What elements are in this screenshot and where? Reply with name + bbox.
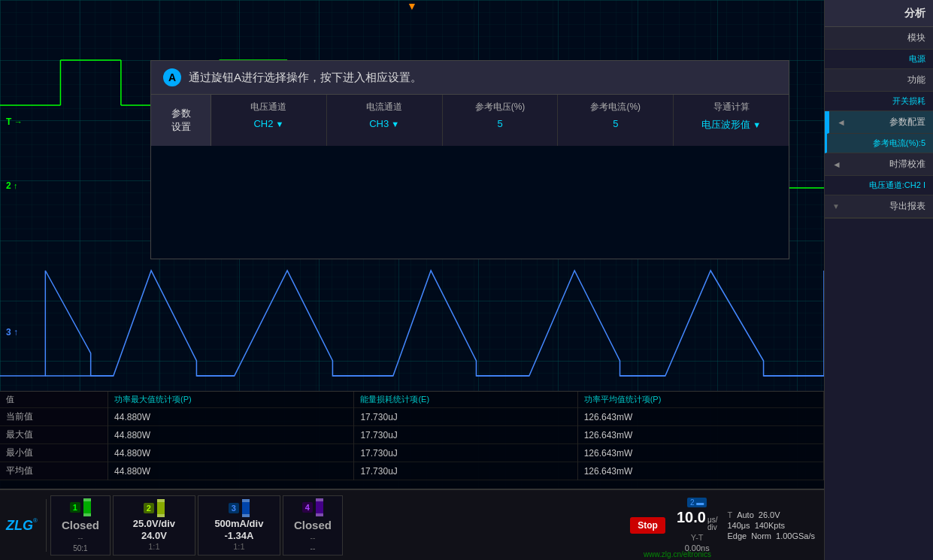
- norm-label: Norm: [751, 531, 771, 540]
- ch3-color-line-2: [242, 514, 250, 517]
- sidebar-export-title: 导出报表: [840, 200, 925, 213]
- param-current-ch-value[interactable]: CH3 ▼: [369, 118, 399, 129]
- ch4-header: 4: [302, 498, 323, 516]
- ch2-num: 2: [144, 503, 154, 513]
- param-on-calc[interactable]: 导通计算 电压波形值 ▼: [674, 95, 789, 146]
- yt-row: Y-T: [691, 533, 704, 542]
- yt-label: Y-T: [691, 533, 704, 542]
- ch3-num: 3: [229, 503, 239, 513]
- ch1-color-line-2: [83, 513, 91, 516]
- ch2-badge-row: 2 ▬: [687, 498, 707, 507]
- param-ref-voltage-label: 参考电压(%): [475, 101, 526, 114]
- ch1-ratio: 50:1: [73, 544, 87, 552]
- param-ref-current[interactable]: 参考电流(%) 5: [558, 95, 674, 146]
- zlg-logo: ZLG ®: [6, 519, 38, 532]
- ch1-num: 1: [70, 502, 80, 513]
- ch4-color-line-1: [316, 498, 323, 501]
- stats-p-avg: 126.643mW: [577, 426, 823, 444]
- ch3-block[interactable]: 3 500mA/div -1.34A 1:1: [198, 495, 280, 555]
- status-bar: ZLG ® 1 Closed -- 5: [0, 489, 824, 560]
- sidebar-time-cal-item[interactable]: 电压通道:CH2 I: [825, 176, 933, 195]
- param-voltage-ch[interactable]: 电压通道 CH2 ▼: [211, 95, 327, 146]
- popup-header: A 通过旋钮A进行选择操作，按下进入相应设置。: [151, 61, 789, 95]
- sidebar-module-header[interactable]: 模块: [825, 27, 933, 50]
- trigger-row-3: Edge Norm 1.00GSa/s: [727, 531, 815, 540]
- export-arrow-icon: ▼: [832, 202, 840, 210]
- sidebar-param-config-sub: 参考电流(%):5: [873, 138, 925, 149]
- popup-params[interactable]: 电压通道 CH2 ▼ 电流通道 CH3 ▼: [211, 95, 789, 146]
- ch1-color-box: [83, 498, 91, 516]
- ch2-block[interactable]: 2 25.0V/div 24.0V 1:1: [113, 495, 195, 555]
- chevron-down-icon-2: ▼: [391, 120, 399, 129]
- ch2-value: 24.0V: [141, 530, 167, 541]
- trigger-row-1: T Auto 26.0V: [727, 510, 815, 519]
- ch4-num: 4: [302, 502, 313, 513]
- time-div-block: 2 ▬ 10.0 μs/div Y-T 0.00ns: [677, 498, 717, 552]
- ch1-header: 1: [70, 498, 91, 516]
- ch4-color-box: [316, 498, 323, 516]
- chevron-down-icon-3: ▼: [753, 120, 761, 129]
- ch3-color-box: [242, 499, 250, 517]
- param-ref-voltage-value[interactable]: 5: [497, 118, 502, 129]
- stats-e-loss: 17.730uJ: [354, 462, 577, 480]
- param-ref-current-value[interactable]: 5: [613, 118, 618, 129]
- time-cal-arrow-icon: ◄: [832, 159, 841, 170]
- stats-p-avg: 126.643mW: [577, 462, 823, 480]
- t-time: 140μs: [727, 521, 750, 530]
- stats-row-label: 当前值: [0, 408, 108, 426]
- ch2-badge: 2 ▬: [687, 498, 707, 507]
- sidebar-time-cal-title: 时滞校准: [841, 158, 925, 171]
- ch2-color-line-2: [157, 514, 165, 517]
- ch3-label: 500mA/div: [214, 518, 263, 529]
- sidebar-power-item[interactable]: 电源: [825, 50, 933, 68]
- stats-row-label: 平均值: [0, 462, 108, 480]
- stats-e-loss: 17.730uJ: [354, 444, 577, 462]
- param-ref-voltage[interactable]: 参考电压(%) 5: [443, 95, 559, 146]
- ch3-ratio: 1:1: [233, 542, 244, 551]
- param-on-calc-value[interactable]: 电压波形值 ▼: [701, 118, 761, 132]
- ch4-indicator[interactable]: 4 Closed -- --: [283, 495, 343, 555]
- time-div-unit: μs/div: [707, 516, 718, 531]
- popup-title: 通过旋钮A进行选择操作，按下进入相应设置。: [189, 71, 422, 85]
- stats-e-loss: 17.730uJ: [354, 426, 577, 444]
- sidebar-param-config-title: 参数配置: [846, 116, 925, 129]
- ch2-color-box: [157, 499, 165, 517]
- trigger-row-2: 140μs 140Kpts: [727, 521, 815, 530]
- sidebar-param-config-header[interactable]: ◄ 参数配置: [827, 111, 933, 134]
- chevron-down-icon: ▼: [275, 120, 283, 129]
- sidebar-time-cal-header[interactable]: ◄ 时滞校准: [825, 153, 933, 176]
- stats-e-loss: 17.730uJ: [354, 408, 577, 426]
- popup-body: [151, 146, 789, 259]
- param-ref-current-label: 参考电流(%): [590, 101, 641, 114]
- param-voltage-ch-label: 电压通道: [250, 101, 286, 114]
- ch4-status: Closed: [294, 519, 332, 531]
- popup-dialog: A 通过旋钮A进行选择操作，按下进入相应设置。 参数设置 电压通道 CH2 ▼: [150, 60, 789, 259]
- sidebar-section-module: 模块 电源: [825, 27, 933, 69]
- time-div-value: 10.0: [677, 509, 706, 526]
- trigger-block: T Auto 26.0V 140μs 140Kpts Edge Norm 1.0…: [727, 510, 815, 540]
- popup-param-label: 参数设置: [151, 95, 211, 146]
- sidebar-param-config-item[interactable]: 参考电流(%):5: [827, 134, 933, 153]
- stats-row: 最大值 44.880W 17.730uJ 126.643mW: [0, 426, 824, 444]
- sidebar-export-header[interactable]: ▼ 导出报表: [825, 195, 933, 218]
- ch4-ratio: --: [310, 544, 316, 552]
- sidebar-section-param-config[interactable]: ◄ 参数配置 参考电流(%):5: [825, 111, 933, 153]
- popup-param-label-text: 参数设置: [171, 107, 191, 134]
- ch3-header: 3: [229, 499, 250, 517]
- sidebar-switch-item[interactable]: 开关损耗: [825, 92, 933, 110]
- param-current-ch[interactable]: 电流通道 CH3 ▼: [327, 95, 443, 146]
- stop-button[interactable]: Stop: [630, 517, 665, 534]
- ch3-color-line-1: [242, 499, 250, 502]
- scope-area: ▼ T → 2 ↑ 3 ↑: [0, 0, 824, 560]
- param-voltage-ch-value[interactable]: CH2 ▼: [253, 118, 283, 129]
- ch4-color-line-2: [316, 513, 323, 516]
- sidebar-time-cal-sub: 电压通道:CH2 I: [869, 180, 925, 191]
- ch2-label: 25.0V/div: [133, 518, 175, 529]
- ch1-indicator[interactable]: 1 Closed -- 50:1: [50, 495, 111, 555]
- stats-col-header-2: 能量损耗统计项(E): [354, 392, 577, 408]
- stats-row: 当前值 44.880W 17.730uJ 126.643mW: [0, 408, 824, 426]
- edge-label: Edge: [727, 531, 747, 540]
- status-bar-inner: ZLG ® 1 Closed -- 5: [6, 495, 818, 555]
- sidebar-function-header[interactable]: 功能: [825, 69, 933, 92]
- right-sidebar: 分析 模块 电源 功能 开关损耗 ◄ 参数配置: [824, 0, 933, 560]
